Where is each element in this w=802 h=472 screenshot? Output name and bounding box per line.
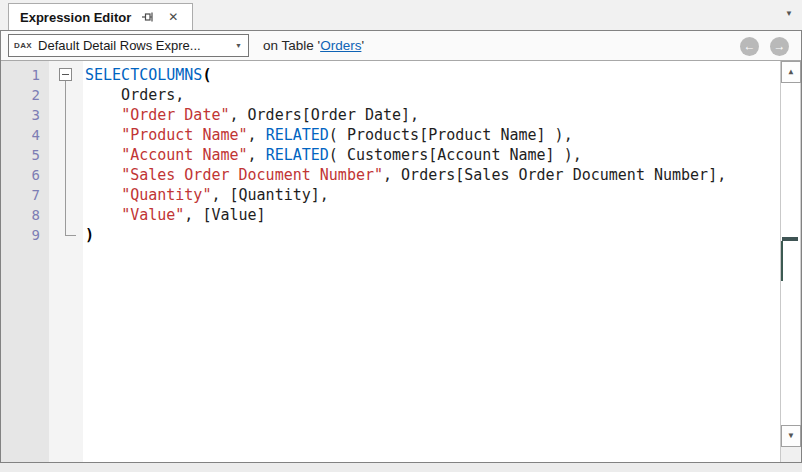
code-token-plain: [85, 146, 121, 164]
fold-guide-corner: [65, 235, 76, 236]
code-lines[interactable]: SELECTCOLUMNS( Orders, "Order Date", Ord…: [83, 61, 801, 462]
scrollbar-corner: [781, 447, 801, 462]
code-token-plain: Orders,: [85, 86, 184, 104]
code-token-keyword: RELATED: [266, 146, 329, 164]
forward-arrow-icon: →: [774, 40, 786, 52]
navigation-buttons: ← →: [740, 31, 789, 61]
code-token-paren: (: [202, 66, 211, 84]
fold-guide-line: [65, 81, 66, 235]
code-token-plain: , [Quantity],: [211, 186, 328, 204]
tab-expression-editor[interactable]: Expression Editor ✕: [8, 3, 193, 30]
code-line[interactable]: "Product Name", RELATED( Products[Produc…: [85, 125, 801, 145]
code-line[interactable]: ): [85, 225, 801, 245]
back-button[interactable]: ←: [740, 37, 759, 56]
code-token-plain: ,: [248, 146, 266, 164]
code-token-string: "Sales Order Document Number": [121, 166, 383, 184]
code-token-plain: ,: [248, 126, 266, 144]
scroll-down-button[interactable]: ▼: [781, 425, 801, 447]
on-table-label: on Table: [263, 38, 314, 53]
expression-editor-window: Expression Editor ✕ ▼ DAX Default Detail…: [0, 0, 802, 472]
code-token-keyword: SELECTCOLUMNS: [85, 66, 202, 84]
code-line[interactable]: "Sales Order Document Number", Orders[Sa…: [85, 165, 801, 185]
toolbar: DAX Default Detail Rows Expre... ▼ on Ta…: [1, 31, 801, 61]
caret-position-marker: [782, 237, 798, 241]
code-line[interactable]: SELECTCOLUMNS(: [85, 65, 801, 85]
code-editor: 123456789 SELECTCOLUMNS( Orders, "Order …: [1, 61, 801, 462]
code-line[interactable]: "Value", [Value]: [85, 205, 801, 225]
close-icon[interactable]: ✕: [165, 9, 181, 25]
code-token-plain: [85, 166, 121, 184]
code-token-plain: , Orders[Sales Order Document Number],: [383, 166, 726, 184]
line-number: 1: [1, 65, 49, 85]
code-token-plain: , [Value]: [184, 206, 265, 224]
line-number: 5: [1, 145, 49, 165]
vertical-scrollbar[interactable]: ▲ ▼: [780, 61, 801, 462]
tab-overflow-chevron-icon[interactable]: ▼: [785, 9, 793, 18]
editor-pane: DAX Default Detail Rows Expre... ▼ on Ta…: [0, 30, 802, 463]
code-token-string: "Value": [121, 206, 184, 224]
scroll-down-icon: ▼: [789, 426, 794, 446]
pin-icon[interactable]: [140, 9, 156, 25]
code-token-plain: [85, 106, 121, 124]
line-number: 4: [1, 125, 49, 145]
code-line[interactable]: Orders,: [85, 85, 801, 105]
code-token-plain: , Orders[Order Date],: [230, 106, 420, 124]
line-number: 9: [1, 225, 49, 245]
quote-close: ': [361, 38, 364, 53]
line-number: 8: [1, 205, 49, 225]
line-number: 2: [1, 85, 49, 105]
code-token-plain: [85, 206, 121, 224]
fold-toggle-icon[interactable]: [59, 68, 72, 81]
line-number: 7: [1, 185, 49, 205]
expression-selector-value: Default Detail Rows Expre...: [38, 38, 231, 53]
saved-changes-marker: [781, 241, 783, 281]
line-number: 3: [1, 105, 49, 125]
tab-title: Expression Editor: [20, 10, 131, 25]
scroll-up-button[interactable]: ▲: [781, 61, 801, 83]
scroll-up-icon: ▲: [789, 62, 794, 82]
context-label: on Table 'Orders': [263, 38, 364, 53]
line-numbers: 123456789: [1, 61, 49, 462]
code-line[interactable]: "Quantity", [Quantity],: [85, 185, 801, 205]
chevron-down-icon: ▼: [235, 42, 242, 49]
tab-strip: Expression Editor ✕ ▼: [0, 0, 802, 30]
code-token-string: "Order Date": [121, 106, 229, 124]
forward-button[interactable]: →: [770, 37, 789, 56]
code-token-paren: ): [85, 226, 94, 244]
code-token-string: "Account Name": [121, 146, 247, 164]
code-token-keyword: RELATED: [266, 126, 329, 144]
code-token-plain: ( Products[Product Name] ),: [329, 126, 573, 144]
code-line[interactable]: "Account Name", RELATED( Customers[Accou…: [85, 145, 801, 165]
table-link[interactable]: Orders: [320, 38, 361, 53]
code-token-plain: ( Customers[Account Name] ),: [329, 146, 582, 164]
code-token-plain: [85, 186, 121, 204]
code-token-plain: [85, 126, 121, 144]
fold-margin: [49, 61, 83, 462]
back-arrow-icon: ←: [744, 40, 756, 52]
scrollbar-track[interactable]: [781, 83, 801, 425]
line-number: 6: [1, 165, 49, 185]
code-line[interactable]: "Order Date", Orders[Order Date],: [85, 105, 801, 125]
expression-selector-dropdown[interactable]: DAX Default Detail Rows Expre... ▼: [8, 34, 249, 57]
code-token-string: "Quantity": [121, 186, 211, 204]
code-token-string: "Product Name": [121, 126, 247, 144]
dax-language-badge: DAX: [14, 41, 32, 50]
